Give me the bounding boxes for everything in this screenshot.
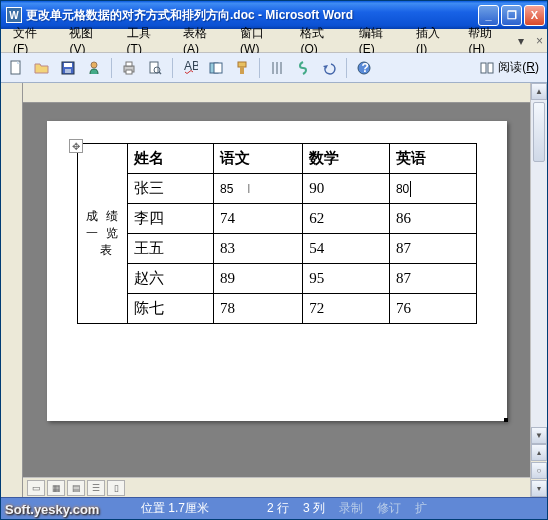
format-painter-button[interactable] [231, 57, 253, 79]
document-page[interactable]: ✥ 成绩 一览 表 姓名 语文 [47, 121, 507, 421]
status-bar: Soft.yesky.com 位置 1.7厘米 2 行 3 列 录制 修订 扩 [1, 497, 547, 519]
outline-view-button[interactable]: ☰ [87, 480, 105, 496]
col-chinese[interactable]: 语文 [214, 144, 303, 174]
table-row: 赵六 89 95 87 [77, 264, 476, 294]
menu-overflow[interactable]: ▾ [518, 34, 524, 48]
save-button[interactable] [57, 57, 79, 79]
normal-view-button[interactable]: ▭ [27, 480, 45, 496]
cell[interactable]: 90 [303, 174, 390, 204]
cell[interactable]: 83 [214, 234, 303, 264]
new-doc-button[interactable] [5, 57, 27, 79]
web-view-button[interactable]: ▦ [47, 480, 65, 496]
reading-icon [479, 60, 495, 76]
app-window: W 更改单元格数据的对齐方式和排列方向.doc - Microsoft Word… [0, 0, 548, 520]
table-move-handle[interactable]: ✥ [69, 139, 83, 153]
cell[interactable]: 85Ⅰ [214, 174, 303, 204]
col-name[interactable]: 姓名 [127, 144, 214, 174]
cell[interactable]: 95 [303, 264, 390, 294]
table-row: 张三 85Ⅰ 90 80 [77, 174, 476, 204]
svg-rect-3 [65, 69, 71, 73]
spelling-button[interactable]: AB [179, 57, 201, 79]
help-button[interactable]: ? [353, 57, 375, 79]
scroll-up-button[interactable]: ▲ [531, 83, 547, 100]
watermark-text: Soft.yesky.com [5, 502, 99, 517]
view-buttons-bar: ▭ ▦ ▤ ☰ ▯ [23, 477, 530, 497]
svg-line-10 [159, 72, 161, 74]
app-icon: W [6, 7, 22, 23]
status-line: 2 行 [267, 500, 289, 517]
scroll-track[interactable] [531, 100, 547, 427]
reading-mode-button[interactable]: 阅读(R) [475, 59, 543, 76]
document-area: ✥ 成绩 一览 表 姓名 语文 [1, 83, 547, 497]
close-doc-x[interactable]: × [536, 34, 543, 48]
preview-button[interactable] [144, 57, 166, 79]
table-row: 王五 83 54 87 [77, 234, 476, 264]
close-button[interactable]: X [524, 5, 545, 26]
cell[interactable]: 76 [389, 294, 476, 324]
cell[interactable]: 86 [389, 204, 476, 234]
svg-rect-2 [64, 63, 72, 67]
cell[interactable]: 87 [389, 234, 476, 264]
open-button[interactable] [31, 57, 53, 79]
separator [346, 58, 347, 78]
reading-label: 阅读(R) [498, 59, 539, 76]
grades-table[interactable]: 成绩 一览 表 姓名 语文 数学 英语 张三 [77, 143, 477, 324]
show-marks-button[interactable] [266, 57, 288, 79]
svg-text:?: ? [362, 61, 369, 75]
vertical-ruler[interactable] [1, 83, 23, 497]
svg-rect-13 [214, 63, 222, 73]
menu-bar: 文件(F) 视图(V) 工具(T) 表格(A) 窗口(W) 格式(O) 编辑(E… [1, 29, 547, 53]
cell[interactable]: 赵六 [127, 264, 214, 294]
table-row: 陈七 78 72 76 [77, 294, 476, 324]
svg-rect-6 [126, 62, 132, 66]
cell[interactable]: 74 [214, 204, 303, 234]
cell[interactable]: 王五 [127, 234, 214, 264]
status-rec[interactable]: 录制 [339, 500, 363, 517]
separator [259, 58, 260, 78]
permission-button[interactable] [83, 57, 105, 79]
ruler-button[interactable] [292, 57, 314, 79]
cell[interactable]: 72 [303, 294, 390, 324]
reading-view-button[interactable]: ▯ [107, 480, 125, 496]
status-position: 位置 1.7厘米 [141, 500, 209, 517]
status-rev[interactable]: 修订 [377, 500, 401, 517]
cell[interactable]: 78 [214, 294, 303, 324]
cell[interactable]: 89 [214, 264, 303, 294]
cell[interactable]: 张三 [127, 174, 214, 204]
browse-object-button[interactable]: ○ [531, 462, 547, 479]
table-title-cell[interactable]: 成绩 一览 表 [77, 144, 127, 324]
print-button[interactable] [118, 57, 140, 79]
col-english[interactable]: 英语 [389, 144, 476, 174]
undo-button[interactable] [318, 57, 340, 79]
research-button[interactable] [205, 57, 227, 79]
table-row: 李四 74 62 86 [77, 204, 476, 234]
canvas-wrap: ✥ 成绩 一览 表 姓名 语文 [23, 83, 530, 497]
vertical-scrollbar[interactable]: ▲ ▼ ▴ ○ ▾ [530, 83, 547, 497]
status-col: 3 列 [303, 500, 325, 517]
cell[interactable]: 李四 [127, 204, 214, 234]
svg-rect-7 [126, 70, 132, 74]
browse-buttons: ▴ ○ ▾ [531, 444, 547, 497]
prev-page-button[interactable]: ▴ [531, 444, 547, 461]
next-page-button[interactable]: ▾ [531, 480, 547, 497]
table-header-row: 成绩 一览 表 姓名 语文 数学 英语 [77, 144, 476, 174]
status-ext[interactable]: 扩 [415, 500, 427, 517]
text-cursor [410, 181, 411, 197]
window-title: 更改单元格数据的对齐方式和排列方向.doc - Microsoft Word [26, 7, 478, 24]
svg-rect-15 [240, 67, 244, 74]
cell[interactable]: 80 [389, 174, 476, 204]
scroll-down-button[interactable]: ▼ [531, 427, 547, 444]
cell[interactable]: 54 [303, 234, 390, 264]
print-layout-button[interactable]: ▤ [67, 480, 85, 496]
col-math[interactable]: 数学 [303, 144, 390, 174]
cell[interactable]: 87 [389, 264, 476, 294]
svg-rect-14 [238, 62, 246, 67]
cell[interactable]: 62 [303, 204, 390, 234]
i-beam-cursor-icon: Ⅰ [247, 182, 251, 196]
page-scroll[interactable]: ✥ 成绩 一览 表 姓名 语文 [23, 103, 530, 477]
scroll-thumb[interactable] [533, 102, 545, 162]
svg-text:AB: AB [184, 60, 198, 73]
separator [172, 58, 173, 78]
cell[interactable]: 陈七 [127, 294, 214, 324]
horizontal-ruler[interactable] [23, 83, 530, 103]
